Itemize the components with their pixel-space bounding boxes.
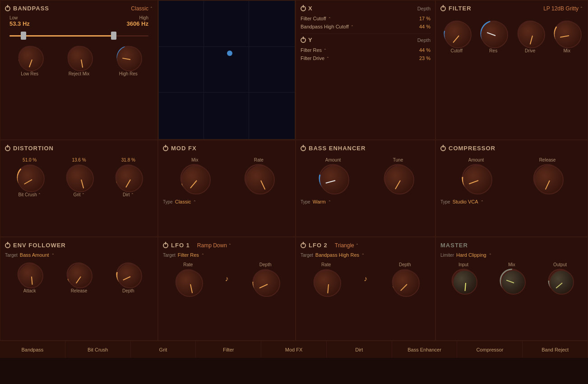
xy-filterdrive-chevron[interactable]: ⌃	[326, 56, 329, 60]
master-input-indicator	[454, 271, 478, 296]
compressor-type-value[interactable]: Studio VCA	[453, 199, 478, 204]
lfo2-depth-knob[interactable]	[391, 268, 418, 296]
modfx-mix-knob[interactable]	[180, 164, 209, 193]
bandpass-highres-knob[interactable]	[116, 45, 141, 70]
footer-btn-modfx[interactable]: Mod FX	[261, 341, 327, 358]
master-mix-container: Mix	[500, 262, 524, 293]
lfo1-target-chevron[interactable]: ⌃	[201, 253, 204, 257]
lfo2-target-value[interactable]: Bandpass High Res	[315, 252, 359, 258]
filter-drive-indicator	[519, 22, 546, 49]
compressor-release-knob[interactable]	[533, 164, 562, 193]
bandpass-slider-low-thumb[interactable]	[21, 32, 26, 40]
distortion-title: DISTORTION	[13, 145, 54, 152]
bassenhancer-tune-knob[interactable]	[384, 164, 413, 193]
bandpass-rejectmix-knob[interactable]	[66, 45, 92, 70]
lfo1-depth-knob[interactable]	[252, 268, 279, 296]
envfollower-power-icon[interactable]	[5, 243, 10, 248]
master-limiter-chevron[interactable]: ⌃	[489, 253, 492, 257]
lfo2-rate-knob[interactable]	[313, 268, 340, 296]
bandpass-slider-high-thumb[interactable]	[111, 32, 116, 40]
master-output-container: Output	[548, 262, 573, 293]
footer-btn-dirt[interactable]: Dirt	[327, 341, 392, 358]
envfollower-panel: ENV FOLLOWER Target Bass Amount ⌃	[0, 237, 158, 341]
xy-pad[interactable]	[158, 0, 295, 139]
bandpass-slider-track[interactable]	[9, 35, 148, 37]
envfollower-attack-knob[interactable]	[17, 262, 42, 287]
envfollower-release-knob[interactable]	[66, 262, 91, 287]
compressor-amount-indicator	[464, 166, 493, 195]
master-title: MASTER	[440, 242, 468, 249]
bassenhancer-power-icon[interactable]	[301, 146, 306, 151]
filter-power-icon[interactable]	[440, 6, 446, 11]
filter-cutoff-knob[interactable]	[443, 20, 470, 47]
modfx-type-value[interactable]: Classic	[175, 199, 191, 204]
distortion-grit-knob[interactable]	[65, 164, 93, 191]
filter-res-knob[interactable]	[480, 20, 507, 47]
envfollower-target-value[interactable]: Bass Amount	[20, 252, 49, 258]
xy-x-power[interactable]	[301, 6, 306, 11]
master-mix-knob[interactable]	[500, 268, 524, 293]
bassenhancer-amount-knob[interactable]	[319, 164, 348, 193]
distortion-power-icon[interactable]	[5, 146, 10, 151]
distortion-bitcrush-knob[interactable]	[16, 164, 43, 191]
filter-mix-indicator	[556, 22, 583, 49]
lfo1-target-value[interactable]: Filter Res	[178, 252, 199, 258]
distortion-dirt-knob[interactable]	[115, 164, 142, 191]
master-output-knob[interactable]	[548, 268, 573, 293]
master-input-label-top: Input	[458, 262, 468, 267]
lfo2-type-chevron[interactable]: ⌃	[356, 243, 359, 247]
bassenhancer-type-chevron[interactable]: ⌃	[328, 200, 331, 204]
xy-filtercutoff-chevron[interactable]: ⌃	[328, 17, 331, 21]
footer-btn-bassenhancer[interactable]: Bass Enhancer	[392, 341, 458, 358]
xy-filtercutoff-row: Filter Cutoff ⌃ 17 %	[301, 14, 431, 23]
modfx-rate-knob[interactable]	[244, 164, 273, 193]
envfollower-release-container: Release	[66, 262, 91, 293]
filter-type[interactable]: LP 12dB Gritty	[543, 5, 579, 12]
modfx-type-chevron[interactable]: ⌃	[193, 200, 196, 204]
master-input-knob[interactable]	[451, 268, 476, 293]
filter-drive-knob[interactable]	[517, 20, 544, 47]
lfo2-power-icon[interactable]	[301, 243, 306, 248]
xy-dot[interactable]	[227, 51, 232, 56]
lfo1-type-value[interactable]: Ramp Down	[197, 242, 227, 249]
modfx-power-icon[interactable]	[163, 146, 168, 151]
lfo2-type-value[interactable]: Triangle	[335, 242, 354, 249]
bandpass-type[interactable]: Classic	[131, 5, 148, 12]
lfo1-power-icon[interactable]	[163, 243, 168, 248]
distortion-grit-chevron[interactable]: ⌃	[82, 193, 85, 197]
footer-btn-bandpass[interactable]: Bandpass	[0, 341, 65, 358]
compressor-type-chevron[interactable]: ⌃	[481, 200, 484, 204]
distortion-dirt-chevron[interactable]: ⌃	[131, 193, 134, 197]
lfo1-depth-group: Depth	[252, 262, 279, 296]
footer-btn-filter[interactable]: Filter	[196, 341, 261, 358]
xy-bphighcutoff-chevron[interactable]: ⌃	[351, 25, 354, 29]
lfo1-target-label: Target	[163, 253, 176, 258]
filter-type-chevron[interactable]: ⌃	[580, 6, 583, 10]
footer-btn-grit[interactable]: Grit	[131, 341, 196, 358]
xy-filterres-chevron[interactable]: ⌃	[324, 48, 327, 52]
filter-mix-knob[interactable]	[553, 20, 580, 47]
envfollower-depth-knob[interactable]	[116, 262, 141, 287]
svg-line-14	[487, 32, 495, 36]
distortion-knobs-row: 51.0 % Bit Crush	[5, 155, 153, 199]
compressor-power-icon[interactable]	[440, 146, 446, 151]
lfo2-target-chevron[interactable]: ⌃	[361, 253, 365, 257]
bandpass-title: BANDPASS	[13, 5, 49, 12]
envfollower-target-chevron[interactable]: ⌃	[51, 253, 55, 257]
bandpass-type-chevron[interactable]: ⌃	[150, 6, 153, 10]
bandpass-power-icon[interactable]	[5, 6, 10, 11]
bandpass-lowres-knob[interactable]	[17, 45, 42, 70]
master-header: MASTER	[440, 242, 583, 249]
bottom-row: ENV FOLLOWER Target Bass Amount ⌃	[0, 237, 588, 341]
bassenhancer-type-value[interactable]: Warm	[313, 199, 326, 204]
xy-y-power[interactable]	[301, 37, 306, 43]
distortion-bitcrush-chevron[interactable]: ⌃	[38, 193, 41, 197]
master-limiter-value[interactable]: Hard Clipping	[456, 252, 486, 258]
footer-btn-compressor[interactable]: Compressor	[457, 341, 523, 358]
lfo1-type-chevron[interactable]: ⌃	[228, 243, 231, 247]
footer-btn-bitcrush[interactable]: Bit Crush	[65, 341, 131, 358]
footer-btn-bandreject[interactable]: Band Reject	[523, 341, 588, 358]
compressor-amount-knob[interactable]	[462, 164, 491, 193]
svg-line-68	[401, 284, 407, 291]
lfo1-rate-knob[interactable]	[175, 268, 202, 296]
